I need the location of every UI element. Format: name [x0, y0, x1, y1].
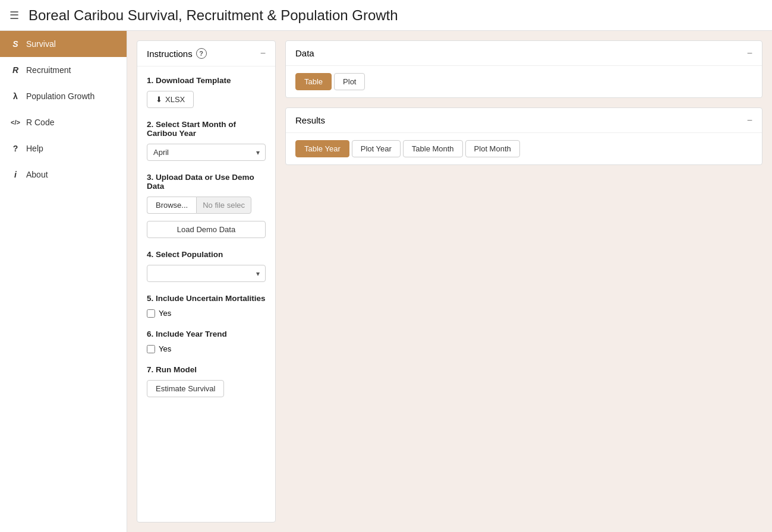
browse-label: Browse...	[156, 201, 188, 210]
population-growth-icon: λ	[10, 91, 21, 101]
about-icon: i	[10, 170, 21, 179]
step-download-template: 1. Download Template ⬇ XLSX	[147, 76, 266, 108]
data-panel-title: Data	[295, 48, 314, 58]
results-panel: Results − Table Year Plot Year Table Mon…	[285, 107, 762, 165]
tab-data-plot[interactable]: Plot	[334, 73, 365, 90]
uncertain-mortalities-checkbox[interactable]	[147, 309, 155, 318]
load-demo-label: Load Demo Data	[177, 225, 235, 234]
sidebar-item-label: Survival	[26, 39, 56, 49]
tab-table-month[interactable]: Table Month	[403, 140, 463, 157]
right-panels: Data − Table Plot Results −	[285, 40, 762, 522]
main-content: Instructions ? − 1. Download Template ⬇ …	[127, 31, 772, 532]
step-5-label: 5. Include Uncertain Mortalities	[147, 294, 266, 303]
estimate-survival-button[interactable]: Estimate Survival	[147, 380, 224, 397]
sidebar-item-label: Population Growth	[26, 91, 94, 101]
instructions-minimize-button[interactable]: −	[260, 49, 266, 58]
instructions-title-text: Instructions	[147, 49, 193, 59]
hamburger-icon[interactable]: ☰	[10, 9, 19, 22]
step-3-label: 3. Upload Data or Use Demo Data	[147, 173, 266, 191]
download-xlsx-button[interactable]: ⬇ XLSX	[147, 91, 194, 108]
sidebar-item-about[interactable]: i About	[0, 162, 127, 188]
instructions-panel: Instructions ? − 1. Download Template ⬇ …	[137, 40, 276, 522]
start-month-select[interactable]: January February March April May June Ju…	[147, 144, 266, 161]
tab-data-table[interactable]: Table	[295, 73, 332, 90]
app-header: ☰ Boreal Caribou Survival, Recruitment &…	[0, 0, 772, 31]
data-panel: Data − Table Plot	[285, 40, 762, 98]
sidebar-item-help[interactable]: ? Help	[0, 135, 127, 162]
data-panel-tab-bar: Table Plot	[286, 66, 762, 97]
instructions-panel-title: Instructions ?	[147, 48, 207, 59]
year-trend-checkbox[interactable]	[147, 345, 155, 353]
tab-table-year[interactable]: Table Year	[295, 140, 349, 157]
step-uncertain-mortalities: 5. Include Uncertain Mortalities Yes	[147, 294, 266, 318]
sidebar-item-population-growth[interactable]: λ Population Growth	[0, 83, 127, 109]
year-trend-label: Yes	[159, 344, 171, 353]
download-icon: ⬇	[156, 95, 162, 104]
tab-table-month-label: Table Month	[412, 144, 454, 153]
browse-button[interactable]: Browse...	[147, 197, 196, 214]
recruitment-icon: R	[10, 65, 21, 75]
tab-data-table-label: Table	[304, 77, 323, 86]
sidebar-item-r-code[interactable]: </> R Code	[0, 109, 127, 135]
data-panel-minimize-button[interactable]: −	[747, 49, 752, 58]
population-select[interactable]	[147, 265, 266, 282]
sidebar-item-label: R Code	[26, 118, 54, 127]
app-body: S Survival R Recruitment λ Population Gr…	[0, 31, 772, 532]
tab-plot-month-label: Plot Month	[474, 144, 511, 153]
results-panel-title: Results	[295, 115, 325, 125]
page-title: Boreal Caribou Survival, Recruitment & P…	[29, 7, 398, 24]
sidebar-item-recruitment[interactable]: R Recruitment	[0, 57, 127, 83]
instructions-help-icon[interactable]: ?	[196, 48, 207, 59]
results-panel-tab-bar: Table Year Plot Year Table Month Plot Mo…	[286, 133, 762, 164]
tab-plot-month[interactable]: Plot Month	[465, 140, 520, 157]
sidebar-item-label: About	[26, 170, 48, 179]
instructions-panel-header: Instructions ? −	[137, 41, 275, 66]
step-2-label: 2. Select Start Month of Caribou Year	[147, 120, 266, 138]
sidebar-item-label: Recruitment	[26, 65, 71, 75]
results-panel-minimize-button[interactable]: −	[747, 116, 752, 125]
step-7-label: 7. Run Model	[147, 365, 266, 374]
step-1-label: 1. Download Template	[147, 76, 266, 85]
survival-icon: S	[10, 39, 21, 49]
step-select-population: 4. Select Population	[147, 250, 266, 282]
file-no-file-label: No file selec	[196, 197, 251, 214]
uncertain-mortalities-label: Yes	[159, 309, 171, 318]
instructions-panel-body: 1. Download Template ⬇ XLSX 2. Select St…	[137, 66, 275, 419]
start-month-select-wrapper: January February March April May June Ju…	[147, 144, 266, 161]
tab-data-plot-label: Plot	[343, 77, 356, 86]
help-icon: ?	[10, 144, 21, 153]
step-run-model: 7. Run Model Estimate Survival	[147, 365, 266, 397]
step-upload-data: 3. Upload Data or Use Demo Data Browse..…	[147, 173, 266, 238]
step-select-month: 2. Select Start Month of Caribou Year Ja…	[147, 120, 266, 161]
sidebar: S Survival R Recruitment λ Population Gr…	[0, 31, 127, 532]
population-select-wrapper	[147, 265, 266, 282]
tab-plot-year-label: Plot Year	[361, 144, 392, 153]
r-code-icon: </>	[10, 119, 21, 126]
load-demo-data-button[interactable]: Load Demo Data	[147, 221, 266, 238]
data-panel-header: Data −	[286, 41, 762, 66]
step-6-label: 6. Include Year Trend	[147, 330, 266, 338]
tab-plot-year[interactable]: Plot Year	[352, 140, 401, 157]
results-panel-header: Results −	[286, 108, 762, 133]
sidebar-item-survival[interactable]: S Survival	[0, 31, 127, 57]
estimate-survival-label: Estimate Survival	[156, 384, 215, 393]
uncertain-mortalities-row: Yes	[147, 309, 266, 318]
sidebar-item-label: Help	[26, 144, 43, 153]
step-4-label: 4. Select Population	[147, 250, 266, 259]
file-input-row: Browse... No file selec	[147, 197, 266, 214]
year-trend-row: Yes	[147, 344, 266, 353]
tab-table-year-label: Table Year	[304, 144, 341, 153]
step-year-trend: 6. Include Year Trend Yes	[147, 330, 266, 353]
